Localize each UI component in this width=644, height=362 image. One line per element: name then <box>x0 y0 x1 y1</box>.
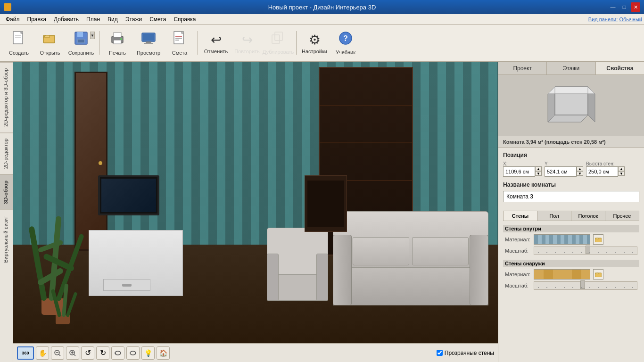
toolbar-help[interactable]: ? Учебник <box>330 26 361 59</box>
zoom-out-btn[interactable] <box>51 346 64 360</box>
title-controls[interactable]: — □ ✕ <box>608 2 640 12</box>
menu-file[interactable]: Файл <box>2 15 24 24</box>
position-title: Позиция <box>503 152 639 158</box>
pos-x-group: X: 1109,6 см ▲ ▼ <box>503 161 542 177</box>
room-name-input[interactable] <box>503 191 639 202</box>
app-icon <box>4 3 11 11</box>
360-btn[interactable]: 360 <box>17 346 34 360</box>
toolbar-undo[interactable]: ↩ Отменить <box>201 26 231 59</box>
transparent-walls-checkbox[interactable]: Прозрачные стены <box>437 350 494 356</box>
3d-view-area[interactable]: 360 ✋ ↺ ↻ 💡 🏠 Прозрачные стены <box>13 62 498 362</box>
properties-panel: Позиция X: 1109,6 см ▲ ▼ Y: <box>498 148 644 362</box>
transparent-walls-label[interactable]: Прозрачные стены <box>445 350 494 356</box>
walls-inside-material-row: Материал: <box>503 234 639 245</box>
pos-y-down[interactable]: ▼ <box>577 171 583 176</box>
panel-view-type[interactable]: Обычный <box>619 16 642 22</box>
walls-outside-title: Стены снаружи <box>503 260 639 267</box>
walls-outside-material-row: Материал: <box>503 269 639 280</box>
svg-rect-16 <box>144 43 153 44</box>
tv <box>98 175 159 215</box>
toolbar-settings[interactable]: ⚙ Настройки <box>299 26 330 59</box>
menu-add[interactable]: Добавить <box>50 15 83 24</box>
pos-y-value[interactable]: 524,1 см <box>545 166 577 177</box>
sidebar-tab-3d[interactable]: 3D-обзор <box>0 174 13 210</box>
menu-edit[interactable]: Правка <box>24 15 50 24</box>
open-icon <box>42 31 58 49</box>
pos-h-up[interactable]: ▲ <box>618 166 625 171</box>
zoom-in-btn[interactable] <box>66 346 79 360</box>
sub-tab-walls[interactable]: Стены <box>504 211 537 221</box>
bottom-bar: 360 ✋ ↺ ↻ 💡 🏠 Прозрачные стены <box>13 343 498 362</box>
desk <box>89 230 183 296</box>
walls-inside-scale-slider[interactable] <box>534 247 637 255</box>
pos-y-up[interactable]: ▲ <box>577 166 583 171</box>
maximize-button[interactable]: □ <box>619 2 629 12</box>
toolbar-new[interactable]: Создать <box>4 26 34 59</box>
toolbar-print[interactable]: Печать <box>102 26 132 59</box>
menu-plan[interactable]: План <box>83 15 104 24</box>
walls-outside-scale-slider[interactable] <box>534 281 637 290</box>
menu-smeta[interactable]: Смета <box>146 15 170 24</box>
sub-tab-other[interactable]: Прочее <box>605 211 639 221</box>
pos-x-input-group: 1109,6 см ▲ ▼ <box>503 166 542 177</box>
hand-tool-btn[interactable]: ✋ <box>36 346 49 360</box>
svg-point-12 <box>120 38 122 40</box>
walls-inside-scale-label: Масштаб: <box>505 248 531 254</box>
toolbar-open[interactable]: Открыть <box>35 26 65 59</box>
transparent-walls-input[interactable] <box>437 350 443 356</box>
sub-tab-ceiling[interactable]: Потолок <box>571 211 605 221</box>
rotate-left-btn[interactable]: ↺ <box>81 346 94 360</box>
walls-outside-material-preview[interactable] <box>534 269 590 280</box>
menu-view[interactable]: Вид <box>104 15 122 24</box>
sidebar-tab-virtual[interactable]: Виртуальный визит <box>0 210 13 269</box>
toolbar-open-label: Открыть <box>40 50 60 56</box>
pos-y-group: Y: 524,1 см ▲ ▼ <box>545 161 583 177</box>
nightstand <box>305 175 347 232</box>
pos-h-down[interactable]: ▼ <box>618 171 625 176</box>
close-button[interactable]: ✕ <box>631 2 640 12</box>
toolbar-settings-label: Настройки <box>302 49 327 54</box>
svg-rect-15 <box>146 41 151 43</box>
save-icon <box>74 31 89 49</box>
toolbar-smeta[interactable]: Смета <box>165 26 195 59</box>
walls-outside-folder-btn[interactable] <box>593 269 603 280</box>
pos-h-value[interactable]: 250,0 см <box>586 166 618 177</box>
pos-h-spinners[interactable]: ▲ ▼ <box>618 166 625 177</box>
smeta-icon <box>172 31 187 49</box>
pos-x-up[interactable]: ▲ <box>535 166 542 171</box>
tab-project[interactable]: Проект <box>498 62 547 74</box>
walls-inside-folder-btn[interactable] <box>593 234 603 245</box>
sidebar-tab-2d-3d[interactable]: 2D-редактор и 3D-обзор <box>0 62 13 132</box>
panel-view-label: Вид панели: Обычный <box>588 16 642 22</box>
pos-x-value[interactable]: 1109,6 см <box>503 166 535 177</box>
toolbar-save[interactable]: Сохранить ▼ <box>66 26 96 59</box>
save-dropdown-arrow[interactable]: ▼ <box>90 32 95 39</box>
rotate-right-btn[interactable]: ↻ <box>96 346 109 360</box>
undo-icon: ↩ <box>211 32 222 48</box>
pos-y-spinners[interactable]: ▲ ▼ <box>577 166 583 177</box>
tab-properties[interactable]: Свойства <box>596 62 644 74</box>
orbit-left-btn[interactable] <box>111 346 124 360</box>
toolbar-new-label: Создать <box>9 50 29 56</box>
walls-inside-material-preview[interactable] <box>534 234 590 245</box>
menu-bar: Файл Правка Добавить План Вид Этажи Смет… <box>0 14 644 25</box>
pos-x-down[interactable]: ▼ <box>535 171 542 176</box>
tab-floors[interactable]: Этажи <box>547 62 595 74</box>
room-info: Комната 3,94 м² (площадь стен 20,58 м²) <box>498 136 644 148</box>
toolbar-preview[interactable]: Просмотр <box>133 26 164 59</box>
orbit-right-btn[interactable] <box>126 346 140 360</box>
svg-text:?: ? <box>343 34 348 42</box>
home-view-btn[interactable]: 🏠 <box>157 346 170 360</box>
menu-help[interactable]: Справка <box>170 15 199 24</box>
print-icon <box>110 31 125 49</box>
sub-tab-floor[interactable]: Пол <box>537 211 571 221</box>
pos-x-spinners[interactable]: ▲ ▼ <box>535 166 542 177</box>
sidebar-tab-2d[interactable]: 2D-редактор <box>0 132 13 174</box>
door-handle <box>99 161 102 165</box>
menu-floors[interactable]: Этажи <box>122 15 146 24</box>
room-3d-preview <box>545 84 597 127</box>
light-btn[interactable]: 💡 <box>141 346 155 360</box>
minimize-button[interactable]: — <box>608 2 618 12</box>
svg-rect-8 <box>78 40 84 42</box>
sofa <box>333 211 488 305</box>
